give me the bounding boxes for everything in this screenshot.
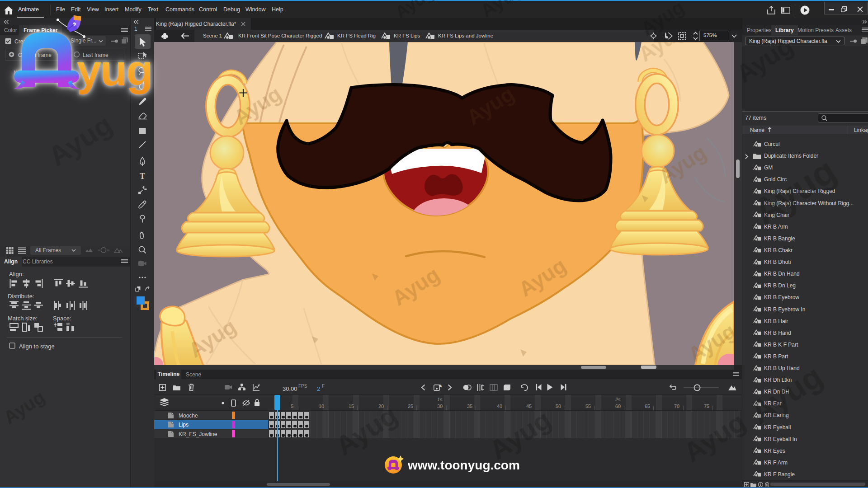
svg-text:A: A [439,384,442,388]
svg-text:T: T [140,172,145,181]
